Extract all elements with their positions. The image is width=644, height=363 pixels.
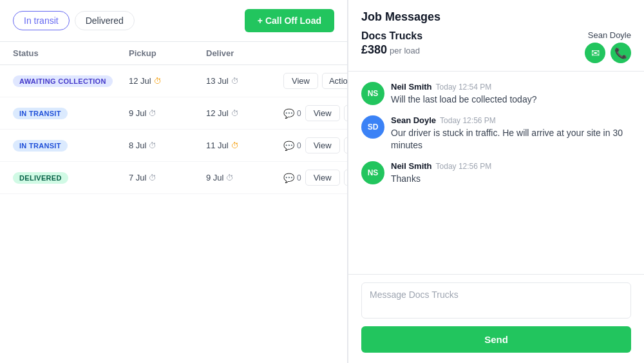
message-input[interactable] — [361, 282, 631, 319]
tabs: In transit Delivered — [13, 11, 135, 30]
message-text: Thanks — [391, 173, 631, 186]
pickup-date: 9 Jul ⏱ — [129, 108, 206, 118]
email-icon: ✉ — [591, 47, 600, 59]
phone-button[interactable]: 📞 — [611, 43, 631, 63]
header-actions — [283, 48, 334, 58]
messages-body: NS Neil Smith Today 12:54 PM Will the la… — [348, 72, 644, 274]
message-icon: 💬 — [283, 173, 294, 183]
message-time: Today 12:56 PM — [440, 116, 496, 125]
avatar: NS — [361, 82, 384, 105]
row-actions: View Actions ▾ — [283, 73, 347, 89]
table-header: Status Pickup Deliver — [0, 42, 347, 65]
message-meta: Neil Smith Today 12:56 PM — [391, 161, 631, 171]
actions-button[interactable]: Actions ▾ — [344, 170, 347, 186]
pickup-date: 8 Jul ⏱ — [129, 141, 206, 150]
job-info-row: Docs Trucks £380 per load Sean Doyle ✉ 📞 — [361, 30, 631, 63]
left-panel: In transit Delivered + Call Off Load Sta… — [0, 0, 348, 363]
deliver-date: 9 Jul ⏱ — [206, 173, 283, 182]
per-load-label: per load — [390, 46, 420, 55]
message-time: Today 12:54 PM — [436, 83, 492, 92]
pickup-date: 12 Jul ⏱ — [129, 76, 206, 86]
avatar: NS — [361, 161, 384, 184]
clock-icon: ⏱ — [231, 77, 239, 86]
message-item: SD Sean Doyle Today 12:56 PM Our driver … — [361, 115, 631, 152]
table-rows: AWAITING COLLECTION 12 Jul ⏱ 13 Jul ⏱ Vi… — [0, 65, 347, 363]
clock-icon: ⏱ — [231, 109, 239, 118]
price-row: £380 per load — [361, 43, 422, 57]
header-pickup: Pickup — [129, 48, 206, 58]
message-author: Neil Smith — [391, 82, 432, 92]
deliver-date: 11 Jul ⏱ — [206, 141, 283, 150]
avatar: SD — [361, 115, 384, 139]
table-row: IN TRANSIT 9 Jul ⏱ 12 Jul ⏱ 💬 0 View Act… — [0, 97, 347, 130]
view-button[interactable]: View — [283, 73, 318, 89]
clock-icon: ⏱ — [149, 141, 156, 150]
status-cell: IN TRANSIT — [13, 107, 129, 119]
call-off-load-button[interactable]: + Call Off Load — [245, 9, 334, 32]
status-cell: IN TRANSIT — [13, 139, 129, 152]
price: £380 — [361, 43, 387, 57]
job-messages-header: Job Messages Docs Trucks £380 per load S… — [348, 0, 644, 72]
message-author: Neil Smith — [391, 161, 432, 171]
view-button[interactable]: View — [305, 105, 340, 121]
message-text: Will the last load be collected today? — [391, 93, 631, 106]
message-text: Our driver is stuck in traffic. He will … — [391, 127, 631, 152]
tab-in-transit[interactable]: In transit — [13, 11, 70, 30]
pickup-date: 7 Jul ⏱ — [129, 173, 206, 182]
clock-warn-icon: ⏱ — [154, 77, 162, 86]
message-icon: 💬 — [283, 141, 294, 151]
status-cell: DELIVERED — [13, 172, 129, 184]
message-count-badge: 💬 0 — [283, 108, 301, 119]
header-deliver: Deliver — [206, 48, 283, 58]
status-badge: DELIVERED — [13, 172, 68, 184]
phone-icon: 📞 — [614, 47, 627, 59]
deliver-date: 13 Jul ⏱ — [206, 76, 283, 86]
contact-name: Sean Doyle — [585, 30, 631, 40]
header-status: Status — [13, 48, 129, 58]
message-content: Sean Doyle Today 12:56 PM Our driver is … — [391, 115, 631, 152]
message-meta: Sean Doyle Today 12:56 PM — [391, 115, 631, 125]
company-name: Docs Trucks — [361, 30, 422, 42]
message-content: Neil Smith Today 12:56 PM Thanks — [391, 161, 631, 186]
message-time: Today 12:56 PM — [436, 162, 492, 171]
company-info: Docs Trucks £380 per load — [361, 30, 422, 57]
status-badge: AWAITING COLLECTION — [13, 75, 113, 87]
contact-icons: ✉ 📞 — [585, 43, 631, 63]
row-actions: 💬 0 View Actions ▾ — [283, 170, 347, 186]
message-item: NS Neil Smith Today 12:56 PM Thanks — [361, 161, 631, 186]
message-count-badge: 💬 0 — [283, 141, 301, 151]
row-actions: 💬 0 View Actions ▾ — [283, 137, 347, 153]
view-button[interactable]: View — [305, 170, 340, 186]
clock-warn-icon: ⏱ — [231, 141, 239, 150]
message-count-badge: 💬 0 — [283, 173, 301, 183]
message-content: Neil Smith Today 12:54 PM Will the last … — [391, 82, 631, 106]
clock-icon: ⏱ — [149, 173, 156, 182]
tab-delivered[interactable]: Delivered — [75, 11, 135, 30]
top-bar: In transit Delivered + Call Off Load — [0, 0, 347, 42]
send-button[interactable]: Send — [361, 326, 631, 353]
actions-button[interactable]: Actions ▾ — [344, 137, 347, 153]
actions-button[interactable]: Actions ▾ — [344, 105, 347, 121]
right-panel: Job Messages Docs Trucks £380 per load S… — [348, 0, 644, 363]
table-row: AWAITING COLLECTION 12 Jul ⏱ 13 Jul ⏱ Vi… — [0, 65, 347, 97]
deliver-date: 12 Jul ⏱ — [206, 108, 283, 118]
table-row: DELIVERED 7 Jul ⏱ 9 Jul ⏱ 💬 0 View Actio… — [0, 162, 347, 194]
row-actions: 💬 0 View Actions ▾ — [283, 105, 347, 121]
message-author: Sean Doyle — [391, 115, 436, 125]
message-item: NS Neil Smith Today 12:54 PM Will the la… — [361, 82, 631, 106]
status-badge: IN TRANSIT — [13, 108, 68, 119]
actions-button[interactable]: Actions ▾ — [322, 73, 347, 89]
table-row: IN TRANSIT 8 Jul ⏱ 11 Jul ⏱ 💬 0 View Act… — [0, 130, 347, 162]
status-badge: IN TRANSIT — [13, 140, 68, 152]
clock-icon: ⏱ — [226, 173, 234, 182]
message-meta: Neil Smith Today 12:54 PM — [391, 82, 631, 92]
clock-icon: ⏱ — [149, 109, 156, 118]
message-icon: 💬 — [283, 108, 294, 119]
contact-area: Sean Doyle ✉ 📞 — [585, 30, 631, 63]
job-messages-title: Job Messages — [361, 10, 631, 24]
message-input-area: Send — [348, 274, 644, 363]
email-button[interactable]: ✉ — [585, 43, 605, 63]
view-button[interactable]: View — [305, 137, 340, 153]
status-cell: AWAITING COLLECTION — [13, 75, 129, 87]
